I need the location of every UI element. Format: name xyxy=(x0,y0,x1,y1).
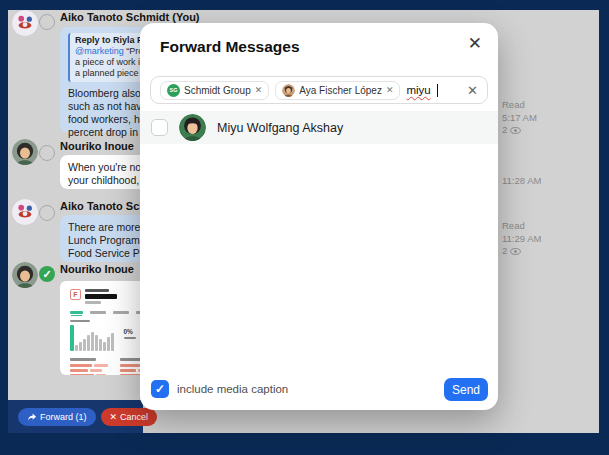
message-meta: Read 11:29 AM 2 xyxy=(502,220,541,258)
clear-search-icon[interactable]: ✕ xyxy=(467,83,478,98)
send-button[interactable]: Send xyxy=(444,378,488,401)
user-avatar xyxy=(282,84,295,97)
chip-label: Aya Fischer López xyxy=(299,85,382,96)
group-avatar: SG xyxy=(167,84,180,97)
message-select-circle-checked[interactable]: ✓ xyxy=(39,266,55,282)
modal-title: Forward Messages xyxy=(160,38,300,56)
avatar[interactable] xyxy=(12,262,38,288)
message-select-circle[interactable] xyxy=(39,205,55,221)
cancel-button[interactable]: ✕ Cancel xyxy=(101,408,158,426)
search-query-text: miyu xyxy=(406,84,430,96)
check-icon: ✓ xyxy=(155,382,165,396)
view-count: 2 xyxy=(502,245,507,258)
eye-icon xyxy=(510,127,521,134)
mention-link[interactable]: @marketing xyxy=(75,46,124,56)
include-caption-checkbox[interactable]: ✓ xyxy=(151,380,169,398)
chip-label: Schmidt Group xyxy=(184,85,251,96)
message-author: Nouriko Inoue xyxy=(60,263,134,275)
avatar[interactable] xyxy=(12,10,38,36)
avatar[interactable] xyxy=(12,139,38,165)
text-caret xyxy=(437,84,438,97)
avatar[interactable] xyxy=(12,199,38,225)
user-avatar xyxy=(179,114,206,141)
view-count: 2 xyxy=(502,124,507,137)
timestamp: 11:29 AM xyxy=(502,233,541,246)
message-author: Aiko Tanoto Schmidt (You) xyxy=(60,11,200,23)
timestamp: 5:17 AM xyxy=(502,112,537,125)
read-status: Read xyxy=(502,99,537,112)
read-status: Read xyxy=(502,220,541,233)
message-author: Nouriko Inoue xyxy=(60,140,134,152)
selection-action-bar: Forward (1) ✕ Cancel xyxy=(8,400,143,433)
result-user-name: Miyu Wolfgang Akshay xyxy=(217,121,343,135)
message-meta: Read 5:17 AM 2 xyxy=(502,99,537,137)
chip-remove-icon[interactable]: ✕ xyxy=(386,85,394,95)
message-meta: 11:28 AM xyxy=(502,175,541,188)
check-icon: ✓ xyxy=(42,268,51,281)
forward-messages-modal: Forward Messages ✕ SG Schmidt Group ✕ Ay… xyxy=(140,23,498,410)
recipient-chip[interactable]: SG Schmidt Group ✕ xyxy=(160,81,269,100)
chip-remove-icon[interactable]: ✕ xyxy=(255,85,263,95)
eye-icon xyxy=(510,248,521,255)
app-window: Aiko Tanoto Schmidt (You) Reply to Riyla… xyxy=(0,0,609,455)
result-checkbox[interactable] xyxy=(151,119,168,136)
message-select-circle[interactable] xyxy=(39,145,55,161)
cancel-x-icon: ✕ xyxy=(110,412,118,422)
forward-arrow-icon xyxy=(27,412,37,422)
recipient-search-input[interactable]: SG Schmidt Group ✕ Aya Fischer López ✕ m… xyxy=(150,76,488,104)
recipient-chip[interactable]: Aya Fischer López ✕ xyxy=(275,81,400,100)
include-caption-label: include media caption xyxy=(177,383,288,395)
close-icon[interactable]: ✕ xyxy=(468,33,482,54)
search-result-row[interactable]: Miyu Wolfgang Akshay xyxy=(140,111,498,144)
forward-button[interactable]: Forward (1) xyxy=(18,408,96,426)
message-select-circle[interactable] xyxy=(39,14,55,30)
timestamp: 11:28 AM xyxy=(502,175,541,188)
